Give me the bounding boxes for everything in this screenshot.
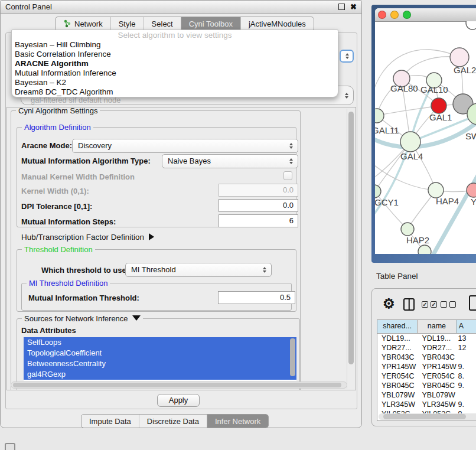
gear-icon[interactable]: ⚙ xyxy=(383,296,395,312)
tab-style[interactable]: Style xyxy=(111,17,144,30)
checked-boxes-icon[interactable]: ✓✓ xyxy=(422,301,437,308)
table-cell: YDL19... xyxy=(418,334,457,343)
combo-stepper-icon xyxy=(345,93,349,99)
settings-hscroll-thumb[interactable] xyxy=(13,383,341,387)
algorithm-item[interactable]: ARACNE Algorithm xyxy=(12,59,338,69)
network-edge[interactable] xyxy=(432,169,476,254)
cyni-settings-group-title: Cyni Algorithm Settings xyxy=(16,107,100,115)
network-node[interactable] xyxy=(418,245,431,254)
node-label: Y xyxy=(471,197,476,207)
data-attribute-item[interactable]: SelfLoops xyxy=(24,337,296,348)
node-label: HAP2 xyxy=(406,235,429,245)
table-cell: YBL079W xyxy=(418,390,457,400)
algorithm-item[interactable]: Bayesian – K2 xyxy=(12,78,338,87)
table-row[interactable]: YDL19...YDL19...13 xyxy=(377,334,476,343)
sources-title: Sources for Network Inference xyxy=(24,314,128,323)
close-traffic-light[interactable] xyxy=(378,11,386,19)
table-row[interactable]: YBR043CYBR043C xyxy=(377,353,476,362)
tab-network[interactable]: Network xyxy=(56,17,111,30)
control-panel-tabs: NetworkStyleSelectCyni ToolboxjActiveMNo… xyxy=(55,17,314,31)
cyni-settings-scrollpane: Cyni Algorithm Settings Algorithm Defini… xyxy=(6,107,356,390)
network-window-titlebar[interactable] xyxy=(375,8,476,22)
settings-vscroll-thumb[interactable] xyxy=(348,112,354,364)
network-node-gcy1[interactable] xyxy=(375,185,381,198)
table-row[interactable]: YBR045CYBR045C9. xyxy=(377,381,476,390)
tab-select[interactable]: Select xyxy=(144,17,181,30)
table-cell: YDR27... xyxy=(377,343,418,353)
network-icon xyxy=(63,19,71,28)
tab-jactivemnodules[interactable]: jActiveMNodules xyxy=(241,17,314,30)
table-cell: YDL19... xyxy=(377,334,418,343)
mode-tab-infer-network[interactable]: Infer Network xyxy=(207,415,268,428)
table-row[interactable]: YDR27...YDR27...12 xyxy=(377,343,476,353)
mi-steps-field[interactable]: 6 xyxy=(219,214,298,227)
table-cell: YLR345W xyxy=(377,400,418,409)
network-canvas[interactable]: GAL2GAL80GAL10GAL1GAL11SWI4GAL4GCY1HAP4Y… xyxy=(375,21,476,254)
algorithm-combo-endcap[interactable] xyxy=(340,50,354,63)
column-header[interactable]: shared... xyxy=(377,320,418,333)
settings-horizontal-scrollbar[interactable] xyxy=(11,381,347,389)
zoom-traffic-light[interactable] xyxy=(403,11,411,19)
tab-label: Cyni Toolbox xyxy=(189,19,233,28)
network-edge[interactable] xyxy=(375,163,436,190)
network-graph[interactable]: GAL2GAL80GAL10GAL1GAL11SWI4GAL4GCY1HAP4Y… xyxy=(375,21,476,254)
network-node-gal1[interactable] xyxy=(431,98,446,113)
columns-icon[interactable] xyxy=(403,298,415,311)
node-label: SWI4 xyxy=(465,131,476,141)
tab-cyni-toolbox[interactable]: Cyni Toolbox xyxy=(181,17,241,30)
hub-definition-toggle[interactable]: Hub/Transcription Factor Definition xyxy=(21,233,154,242)
column-header[interactable]: name xyxy=(418,320,457,333)
tab-label: jActiveMNodules xyxy=(249,19,306,28)
table-row[interactable]: YPR145WYPR145W9. xyxy=(377,362,476,371)
network-node-gal4[interactable] xyxy=(400,132,420,152)
data-attribute-item[interactable]: gal4RGexp xyxy=(24,369,296,380)
manual-kernel-checkbox[interactable] xyxy=(283,171,292,180)
algorithm-item[interactable]: Dream8 DC_TDC Algorithm xyxy=(12,87,338,97)
table-row[interactable]: YBL079WYBL079W xyxy=(377,390,476,400)
column-header[interactable]: A xyxy=(457,320,476,333)
node-label: GAL2 xyxy=(454,65,476,75)
sources-toggle[interactable]: Sources for Network Inference xyxy=(22,314,143,323)
which-threshold-value: MI Threshold xyxy=(131,265,176,274)
mode-tab-discretize-data[interactable]: Discretize Data xyxy=(139,415,207,428)
table-horizontal-scrollbar[interactable] xyxy=(379,413,476,420)
mode-tab-impute-data[interactable]: Impute Data xyxy=(81,415,139,428)
data-attribute-item[interactable]: TopologicalCoefficient xyxy=(24,348,296,358)
table-cell: YLR345W xyxy=(418,400,457,409)
algorithm-item[interactable]: Bayesian – Hill Climbing xyxy=(12,40,338,50)
table-cell: YDR27... xyxy=(418,343,457,353)
dpi-tolerance-field[interactable]: 0.0 xyxy=(219,199,298,212)
minimize-traffic-light[interactable] xyxy=(390,11,399,19)
kernel-width-field[interactable]: 0.0 xyxy=(219,184,298,197)
data-attributes-list[interactable]: SelfLoopsTopologicalCoefficientBetweenne… xyxy=(24,337,296,381)
document-icon[interactable] xyxy=(469,295,476,311)
aracne-mode-label: Aracne Mode: xyxy=(21,141,72,150)
aracne-mode-combo[interactable]: Discovery xyxy=(72,139,298,153)
data-attribute-item[interactable]: BetweennessCentrality xyxy=(24,358,296,369)
kernel-width-label: Kernel Width (0,1): xyxy=(21,187,89,195)
control-panel-titlebar[interactable]: Control Panel ✖ xyxy=(1,1,361,14)
network-node-gal11[interactable] xyxy=(375,109,384,123)
data-attributes-label: Data Attributes xyxy=(21,326,76,335)
table-row[interactable]: YLR345WYLR345W9. xyxy=(377,400,476,409)
algorithm-item[interactable]: Basic Correlation Inference xyxy=(12,50,338,59)
table-cell: 9. xyxy=(457,400,476,409)
table-cell: YBR043C xyxy=(377,353,418,362)
network-node[interactable] xyxy=(466,21,476,30)
apply-button[interactable]: Apply xyxy=(157,394,200,407)
unchecked-boxes-icon[interactable] xyxy=(441,301,456,308)
mi-type-combo[interactable]: Naive Bayes xyxy=(162,154,298,168)
mit-field[interactable]: 0.5 xyxy=(218,291,295,304)
table-cell: 12 xyxy=(457,343,476,353)
network-node-hap2[interactable] xyxy=(401,223,414,236)
which-threshold-combo[interactable]: MI Threshold xyxy=(125,263,272,277)
table-row[interactable]: YER054CYER054C8. xyxy=(377,371,476,381)
algorithm-item[interactable]: Mutual Information Inference xyxy=(12,69,338,78)
network-node-gal2[interactable] xyxy=(450,48,469,67)
table-hscroll-thumb[interactable] xyxy=(383,414,466,419)
float-window-icon[interactable] xyxy=(338,4,345,10)
close-icon[interactable]: ✖ xyxy=(350,3,357,11)
settings-vertical-scrollbar[interactable] xyxy=(347,109,355,389)
dock-panel-icon[interactable] xyxy=(5,443,15,450)
list-scrollbar-thumb[interactable] xyxy=(290,338,295,376)
